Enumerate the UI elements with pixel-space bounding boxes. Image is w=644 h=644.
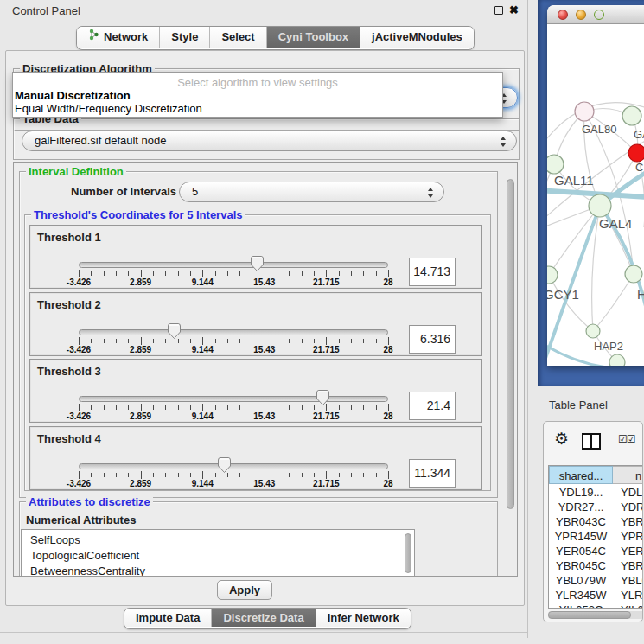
- tab-impute-data[interactable]: Impute Data: [124, 609, 212, 627]
- attributes-group-title: Attributes to discretize: [26, 495, 153, 508]
- table-row[interactable]: YDL19...YDL1: [549, 485, 643, 500]
- settings-scroll-area: Interval Definition Number of Intervals …: [13, 162, 518, 577]
- tick-mark: [351, 339, 352, 343]
- network-node-green[interactable]: [622, 106, 641, 125]
- tick-mark: [116, 405, 117, 410]
- threshold-3-slider-track[interactable]: [79, 396, 388, 402]
- tick-mark: [289, 339, 290, 343]
- settings-scrollbar[interactable]: [505, 163, 516, 573]
- tick-mark: [178, 473, 179, 477]
- tick-label: 21.715: [304, 411, 348, 421]
- tick-mark: [376, 473, 377, 477]
- network-graph[interactable]: GAL80GALCGAL11GAL4GCY1HHAP2: [547, 24, 644, 366]
- threshold-1-value-field[interactable]: 14.713: [409, 258, 456, 286]
- network-edge[interactable]: [593, 274, 634, 331]
- network-edge[interactable]: [549, 206, 600, 275]
- tick-mark: [91, 473, 92, 477]
- tick-label: 21.715: [304, 345, 348, 354]
- threshold-1-slider-thumb[interactable]: [251, 256, 264, 271]
- table-row[interactable]: YLR345WYLR3: [549, 588, 643, 603]
- attributes-scrollbar-thumb[interactable]: [405, 533, 411, 573]
- tick-mark: [128, 473, 129, 477]
- table-row[interactable]: YBR045CYBR0: [549, 558, 643, 573]
- close-window-icon[interactable]: ✖: [509, 3, 519, 16]
- tick-label: 9.144: [181, 345, 224, 354]
- tab-cyni-toolbox[interactable]: Cyni Toolbox: [267, 27, 360, 48]
- tick-mark: [202, 404, 203, 411]
- tick-label: -3.426: [57, 277, 100, 287]
- table-row[interactable]: YER054CYER0: [549, 544, 643, 558]
- network-node-label: H: [637, 287, 644, 302]
- network-node-green[interactable]: [589, 194, 611, 217]
- threshold-4-slider-track[interactable]: [79, 463, 388, 469]
- float-window-icon[interactable]: [494, 6, 503, 15]
- threshold-1-slider-track[interactable]: [79, 262, 388, 268]
- tick-mark: [376, 271, 377, 276]
- tab-jactivemnodules-label: jActiveMNodules: [372, 27, 462, 48]
- tab-style[interactable]: Style: [160, 27, 210, 48]
- tick-mark: [302, 271, 303, 276]
- algorithm-dropdown-popup: Select algorithm to view settings Manual…: [12, 72, 503, 118]
- threshold-2-slider-thumb[interactable]: [168, 323, 181, 339]
- tick-mark: [165, 339, 166, 343]
- table-row[interactable]: YBL079WYBL0: [549, 573, 643, 588]
- table-hscrollbar[interactable]: [548, 611, 643, 619]
- attribute-item-selfloops[interactable]: SelfLoops: [22, 530, 414, 548]
- close-traffic-light-icon[interactable]: [558, 10, 568, 20]
- network-window: GAL80GALCGAL11GAL4GCY1HHAP2: [547, 5, 644, 366]
- tab-discretize-data[interactable]: Discretize Data: [212, 609, 316, 627]
- zoom-traffic-light-icon[interactable]: [594, 10, 604, 20]
- tick-mark: [153, 271, 154, 276]
- tick-mark: [363, 339, 364, 343]
- tick-mark: [227, 271, 228, 276]
- select-columns-icon[interactable]: ☑☑: [618, 433, 635, 445]
- network-node-green[interactable]: [625, 265, 642, 283]
- gear-icon[interactable]: ⚙: [554, 429, 569, 449]
- cell-shared-name: YIL052C: [549, 603, 613, 609]
- tick-label: 9.144: [181, 479, 224, 488]
- tab-jactivemnodules[interactable]: jActiveMNodules: [360, 27, 474, 48]
- tab-select[interactable]: Select: [210, 27, 266, 48]
- threshold-2-value-field[interactable]: 6.316: [409, 325, 456, 354]
- network-window-titlebar[interactable]: [547, 5, 644, 24]
- table-row[interactable]: YIL052CYIL0: [549, 603, 643, 609]
- network-node-green[interactable]: [547, 266, 558, 284]
- minimize-traffic-light-icon[interactable]: [576, 10, 586, 20]
- attributes-scrollbar[interactable]: [404, 532, 413, 577]
- threshold-list: Threshold 1-3.4262.8599.14415.4321.71528…: [24, 214, 489, 489]
- tab-infer-network[interactable]: Infer Network: [316, 609, 411, 627]
- column-header-shared[interactable]: shared...: [549, 466, 613, 484]
- attribute-item-betweennesscentrality[interactable]: BetweennessCentrality: [22, 564, 414, 577]
- network-node-label: HAP2: [594, 340, 623, 353]
- network-node-green[interactable]: [586, 324, 600, 338]
- num-intervals-spinner[interactable]: 5: [179, 182, 444, 202]
- threshold-4-slider-thumb[interactable]: [218, 457, 231, 473]
- threshold-3-slider-thumb[interactable]: [316, 390, 329, 405]
- cyni-mode-tab-bar: Impute DataDiscretize DataInfer Network: [124, 608, 411, 629]
- network-node-label: GAL80: [582, 123, 616, 136]
- cell-shared-name: YDL19...: [549, 485, 613, 500]
- columns-icon[interactable]: [582, 433, 601, 450]
- table-row[interactable]: YBR043CYBR0: [549, 514, 643, 529]
- table-row[interactable]: YPR145WYPR1: [549, 529, 643, 544]
- network-canvas[interactable]: GAL80GALCGAL11GAL4GCY1HHAP2: [547, 24, 644, 366]
- network-node-green[interactable]: [609, 354, 625, 366]
- attribute-item-topologicalcoefficient[interactable]: TopologicalCoefficient: [22, 548, 414, 564]
- network-node-pink[interactable]: [575, 102, 594, 121]
- table-row[interactable]: YDR27...YDR2: [549, 500, 643, 514]
- column-header-n[interactable]: n: [613, 466, 643, 484]
- table-data-combobox[interactable]: galFiltered.sif default node: [22, 131, 517, 151]
- tick-mark: [153, 473, 154, 477]
- threshold-2-slider-track[interactable]: [79, 329, 388, 335]
- table-hscrollbar-thumb[interactable]: [548, 611, 631, 619]
- dropdown-option-manual-discretization[interactable]: Manual Discretization: [13, 89, 502, 102]
- network-node-red[interactable]: [628, 144, 644, 162]
- threshold-3-value-field[interactable]: 21.4: [409, 392, 456, 420]
- tick-mark: [265, 404, 265, 411]
- dropdown-option-equal-width-frequency-discretization[interactable]: Equal Width/Frequency Discretization: [13, 102, 502, 115]
- network-node-green[interactable]: [547, 155, 564, 174]
- threshold-4-value-field[interactable]: 11.344: [409, 459, 456, 488]
- settings-scrollbar-thumb[interactable]: [507, 179, 514, 509]
- apply-button[interactable]: Apply: [217, 580, 272, 600]
- tab-network[interactable]: Network: [77, 27, 160, 48]
